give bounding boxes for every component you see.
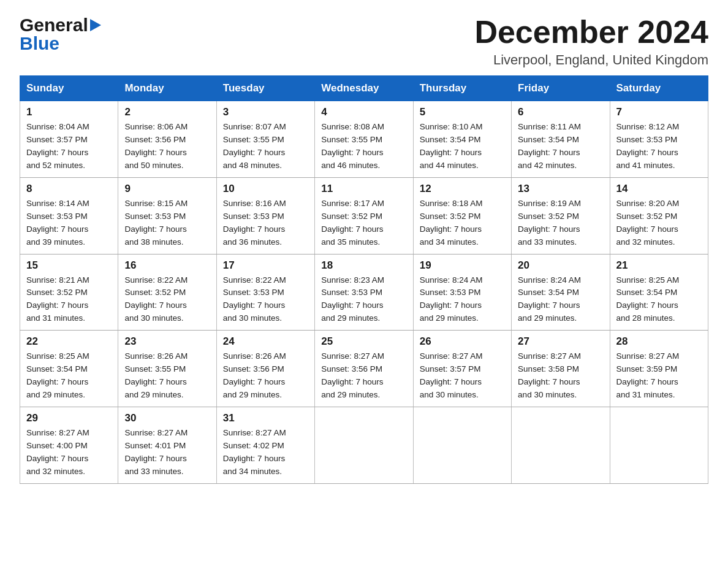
- day-info: Sunrise: 8:21 AMSunset: 3:52 PMDaylight:…: [26, 274, 112, 326]
- day-info: Sunrise: 8:27 AMSunset: 3:56 PMDaylight:…: [321, 350, 406, 402]
- calendar-cell: 4Sunrise: 8:08 AMSunset: 3:55 PMDaylight…: [315, 101, 413, 178]
- day-info: Sunrise: 8:25 AMSunset: 3:54 PMDaylight:…: [616, 274, 702, 326]
- logo: General Blue: [20, 15, 101, 54]
- day-number: 13: [518, 183, 603, 195]
- day-info: Sunrise: 8:27 AMSunset: 4:00 PMDaylight:…: [26, 427, 112, 478]
- day-info: Sunrise: 8:22 AMSunset: 3:52 PMDaylight:…: [124, 274, 210, 326]
- calendar-week-row: 8Sunrise: 8:14 AMSunset: 3:53 PMDaylight…: [20, 177, 708, 254]
- day-info: Sunrise: 8:23 AMSunset: 3:53 PMDaylight:…: [321, 274, 406, 326]
- day-info: Sunrise: 8:11 AMSunset: 3:54 PMDaylight:…: [518, 121, 603, 172]
- calendar-cell: 16Sunrise: 8:22 AMSunset: 3:52 PMDayligh…: [118, 254, 216, 331]
- calendar-cell: 22Sunrise: 8:25 AMSunset: 3:54 PMDayligh…: [20, 331, 118, 407]
- day-number: 1: [26, 106, 112, 118]
- day-info: Sunrise: 8:10 AMSunset: 3:54 PMDaylight:…: [420, 121, 505, 172]
- day-number: 29: [26, 412, 112, 424]
- calendar-cell: 17Sunrise: 8:22 AMSunset: 3:53 PMDayligh…: [216, 254, 314, 331]
- day-number: 12: [420, 183, 505, 195]
- calendar-cell: 1Sunrise: 8:04 AMSunset: 3:57 PMDaylight…: [20, 101, 118, 178]
- calendar-cell: 11Sunrise: 8:17 AMSunset: 3:52 PMDayligh…: [315, 177, 413, 254]
- calendar-cell: 19Sunrise: 8:24 AMSunset: 3:53 PMDayligh…: [413, 254, 511, 331]
- calendar-cell: 5Sunrise: 8:10 AMSunset: 3:54 PMDaylight…: [413, 101, 511, 178]
- day-number: 8: [26, 183, 112, 195]
- logo-general-text: General: [20, 15, 88, 36]
- calendar-week-row: 15Sunrise: 8:21 AMSunset: 3:52 PMDayligh…: [20, 254, 708, 331]
- day-info: Sunrise: 8:27 AMSunset: 4:02 PMDaylight:…: [223, 427, 308, 478]
- day-number: 19: [420, 259, 505, 272]
- day-number: 31: [223, 412, 308, 424]
- day-number: 7: [616, 106, 702, 118]
- column-header-wednesday: Wednesday: [315, 76, 413, 101]
- day-number: 17: [223, 259, 308, 272]
- day-info: Sunrise: 8:22 AMSunset: 3:53 PMDaylight:…: [223, 274, 308, 326]
- calendar-cell: 10Sunrise: 8:16 AMSunset: 3:53 PMDayligh…: [216, 177, 314, 254]
- month-title: December 2024: [474, 15, 708, 50]
- calendar-cell: 28Sunrise: 8:27 AMSunset: 3:59 PMDayligh…: [610, 331, 708, 407]
- calendar-cell: 29Sunrise: 8:27 AMSunset: 4:00 PMDayligh…: [20, 407, 118, 483]
- day-info: Sunrise: 8:27 AMSunset: 4:01 PMDaylight:…: [124, 427, 210, 478]
- column-header-friday: Friday: [512, 76, 610, 101]
- day-number: 26: [420, 335, 505, 348]
- calendar-cell: 14Sunrise: 8:20 AMSunset: 3:52 PMDayligh…: [610, 177, 708, 254]
- calendar-cell: 20Sunrise: 8:24 AMSunset: 3:54 PMDayligh…: [512, 254, 610, 331]
- calendar-cell: [610, 407, 708, 483]
- calendar-cell: 25Sunrise: 8:27 AMSunset: 3:56 PMDayligh…: [315, 331, 413, 407]
- day-info: Sunrise: 8:14 AMSunset: 3:53 PMDaylight:…: [26, 197, 112, 249]
- day-number: 22: [26, 335, 112, 348]
- calendar-cell: 24Sunrise: 8:26 AMSunset: 3:56 PMDayligh…: [216, 331, 314, 407]
- day-info: Sunrise: 8:27 AMSunset: 3:58 PMDaylight:…: [518, 350, 603, 402]
- calendar-cell: 9Sunrise: 8:15 AMSunset: 3:53 PMDaylight…: [118, 177, 216, 254]
- day-number: 21: [616, 259, 702, 272]
- day-number: 9: [124, 183, 210, 195]
- day-info: Sunrise: 8:20 AMSunset: 3:52 PMDaylight:…: [616, 197, 702, 249]
- column-header-thursday: Thursday: [413, 76, 511, 101]
- day-info: Sunrise: 8:19 AMSunset: 3:52 PMDaylight:…: [518, 197, 603, 249]
- calendar-cell: 18Sunrise: 8:23 AMSunset: 3:53 PMDayligh…: [315, 254, 413, 331]
- calendar-week-row: 1Sunrise: 8:04 AMSunset: 3:57 PMDaylight…: [20, 101, 708, 178]
- calendar-week-row: 22Sunrise: 8:25 AMSunset: 3:54 PMDayligh…: [20, 331, 708, 407]
- day-number: 5: [420, 106, 505, 118]
- day-info: Sunrise: 8:25 AMSunset: 3:54 PMDaylight:…: [26, 350, 112, 402]
- day-info: Sunrise: 8:26 AMSunset: 3:55 PMDaylight:…: [124, 350, 210, 402]
- calendar-week-row: 29Sunrise: 8:27 AMSunset: 4:00 PMDayligh…: [20, 407, 708, 483]
- day-number: 3: [223, 106, 308, 118]
- day-number: 15: [26, 259, 112, 272]
- svg-marker-0: [90, 19, 101, 31]
- day-number: 27: [518, 335, 603, 348]
- day-info: Sunrise: 8:04 AMSunset: 3:57 PMDaylight:…: [26, 121, 112, 172]
- calendar-cell: 23Sunrise: 8:26 AMSunset: 3:55 PMDayligh…: [118, 331, 216, 407]
- calendar-cell: 8Sunrise: 8:14 AMSunset: 3:53 PMDaylight…: [20, 177, 118, 254]
- day-number: 11: [321, 183, 406, 195]
- day-info: Sunrise: 8:17 AMSunset: 3:52 PMDaylight:…: [321, 197, 406, 249]
- day-info: Sunrise: 8:27 AMSunset: 3:59 PMDaylight:…: [616, 350, 702, 402]
- calendar-cell: [413, 407, 511, 483]
- calendar-cell: 15Sunrise: 8:21 AMSunset: 3:52 PMDayligh…: [20, 254, 118, 331]
- calendar-cell: 27Sunrise: 8:27 AMSunset: 3:58 PMDayligh…: [512, 331, 610, 407]
- calendar-cell: [315, 407, 413, 483]
- calendar-cell: 2Sunrise: 8:06 AMSunset: 3:56 PMDaylight…: [118, 101, 216, 178]
- day-info: Sunrise: 8:07 AMSunset: 3:55 PMDaylight:…: [223, 121, 308, 172]
- day-info: Sunrise: 8:27 AMSunset: 3:57 PMDaylight:…: [420, 350, 505, 402]
- calendar-header-row: SundayMondayTuesdayWednesdayThursdayFrid…: [20, 76, 708, 101]
- calendar-cell: 3Sunrise: 8:07 AMSunset: 3:55 PMDaylight…: [216, 101, 314, 178]
- day-info: Sunrise: 8:12 AMSunset: 3:53 PMDaylight:…: [616, 121, 702, 172]
- calendar-cell: 7Sunrise: 8:12 AMSunset: 3:53 PMDaylight…: [610, 101, 708, 178]
- calendar-cell: 31Sunrise: 8:27 AMSunset: 4:02 PMDayligh…: [216, 407, 314, 483]
- calendar-cell: 6Sunrise: 8:11 AMSunset: 3:54 PMDaylight…: [512, 101, 610, 178]
- day-number: 23: [124, 335, 210, 348]
- day-number: 2: [124, 106, 210, 118]
- day-number: 25: [321, 335, 406, 348]
- calendar-cell: 30Sunrise: 8:27 AMSunset: 4:01 PMDayligh…: [118, 407, 216, 483]
- calendar-cell: 13Sunrise: 8:19 AMSunset: 3:52 PMDayligh…: [512, 177, 610, 254]
- calendar-cell: 12Sunrise: 8:18 AMSunset: 3:52 PMDayligh…: [413, 177, 511, 254]
- column-header-saturday: Saturday: [610, 76, 708, 101]
- logo-blue-text: Blue: [20, 33, 59, 53]
- day-info: Sunrise: 8:24 AMSunset: 3:53 PMDaylight:…: [420, 274, 505, 326]
- title-section: December 2024 Liverpool, England, United…: [474, 15, 708, 68]
- day-info: Sunrise: 8:16 AMSunset: 3:53 PMDaylight:…: [223, 197, 308, 249]
- day-info: Sunrise: 8:24 AMSunset: 3:54 PMDaylight:…: [518, 274, 603, 326]
- page-header: General Blue December 2024 Liverpool, En…: [20, 15, 708, 68]
- day-number: 28: [616, 335, 702, 348]
- day-number: 6: [518, 106, 603, 118]
- column-header-tuesday: Tuesday: [216, 76, 314, 101]
- day-info: Sunrise: 8:18 AMSunset: 3:52 PMDaylight:…: [420, 197, 505, 249]
